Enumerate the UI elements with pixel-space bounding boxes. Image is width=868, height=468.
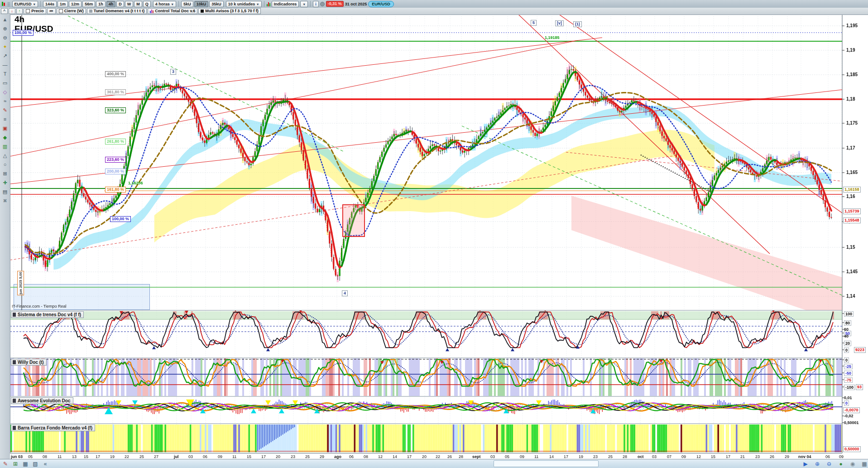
date-axis-label: 14 <box>393 454 397 459</box>
timeframe-dropdown[interactable]: 4 horas ▼ <box>153 1 176 7</box>
unit-button-35kU[interactable]: 35kU <box>209 1 224 7</box>
price-axis-tick: 1,18 <box>846 96 855 101</box>
new-chart-icon[interactable]: ⊞ <box>12 461 19 467</box>
panel-axis-tick: -100 <box>844 385 855 390</box>
diamond-tool-icon[interactable]: ◇ <box>0 88 10 96</box>
panel-tab-2[interactable]: Willy Doc (t) <box>11 359 47 366</box>
date-axis-label: 21 <box>740 454 745 459</box>
avisos-swatch-icon <box>201 10 204 13</box>
wave-tool-icon[interactable]: ≈ <box>0 97 10 106</box>
fibonacci-icon[interactable]: ◆ <box>0 133 10 142</box>
legend-control[interactable]: Control Total Doc v.6 <box>148 8 197 14</box>
timeframe-button-Q[interactable]: Q <box>143 1 151 7</box>
panel-tab-4[interactable]: Barra Fuerza Fondo Mercado v4 (f) <box>11 425 95 431</box>
timeframe-button-144s[interactable]: 144s <box>43 1 57 7</box>
timeframe-button-M[interactable]: M <box>134 1 142 7</box>
sell-arrow-icon[interactable]: ↓ <box>9 8 15 14</box>
panel-axis-tick: 0,50001 <box>844 420 859 425</box>
timeframe-button-12m[interactable]: 12m <box>69 1 82 7</box>
list-options-icon[interactable]: ≔ <box>47 8 56 14</box>
cierre-checkbox[interactable] <box>59 9 63 13</box>
zoom-in-icon[interactable]: ⊕ <box>0 24 10 33</box>
scroll-up-icon[interactable]: ▲ <box>0 15 10 24</box>
record-dot-icon[interactable] <box>320 2 325 6</box>
date-axis-label: 20 <box>276 454 280 459</box>
delete-tool-icon[interactable]: ✖ <box>0 197 10 205</box>
status-zoom-in-icon[interactable]: ⊕ <box>814 461 821 467</box>
price-alert-label: 1,15548 <box>843 217 861 223</box>
date-axis-label: 09 <box>839 454 844 459</box>
date-axis-label: 17 <box>726 454 730 459</box>
fib-level-label: 100,00 % <box>13 30 34 36</box>
collapse-left-icon[interactable]: « <box>42 461 49 467</box>
grid-status-icon[interactable]: ▦ <box>861 461 868 467</box>
date-axis-label: 29 <box>785 454 789 459</box>
date-axis-label: 26 <box>447 454 452 459</box>
cross-tool-icon[interactable]: ✚ <box>0 179 10 187</box>
horizontal-scrollbar[interactable] <box>494 460 599 467</box>
timeframe-watermark: 4h <box>14 14 24 24</box>
unit-buttons: 5kU10kU35kU <box>181 1 225 7</box>
indicators-button[interactable]: Indicadores <box>272 1 299 7</box>
ellipse-tool-icon[interactable]: ○ <box>0 160 10 169</box>
symbol-pill[interactable]: EUR/USD <box>368 1 394 7</box>
status-zoom-out-icon[interactable]: ⊖ <box>825 461 833 467</box>
date-axis-label: 20 <box>422 454 427 459</box>
unit-button-5kU[interactable]: 5kU <box>181 1 193 7</box>
timeframe-button-W[interactable]: W <box>125 1 134 7</box>
panel-icon <box>13 360 16 364</box>
buy-arrow-icon[interactable]: ↑ <box>16 8 23 14</box>
rectangle-tool-icon[interactable]: ▭ <box>0 79 10 87</box>
timeframe-button-D[interactable]: D <box>116 1 124 7</box>
collapse-chevron[interactable]: ^ <box>1 8 8 14</box>
legend-avisos[interactable]: Multi Avisos (3 f 3 1,5 70 f f) <box>198 8 260 14</box>
favorites-icon[interactable]: ✦ <box>0 43 10 51</box>
legend-cierre[interactable]: Cierre (W) <box>57 8 86 14</box>
play-icon[interactable]: ▶ <box>802 461 809 467</box>
panel-value-label: 0,50000 <box>843 446 861 452</box>
annotate-icon[interactable]: ✎ <box>2 461 9 467</box>
symbol-selector[interactable]: EURUSD ▼ <box>12 1 38 7</box>
panel-tab-3[interactable]: Awesome Evolution Doc <box>11 397 73 404</box>
timeframe-button-56m[interactable]: 56m <box>82 1 95 7</box>
date-axis-label: jul <box>174 454 179 459</box>
horizontal-line-icon[interactable]: — <box>0 61 10 69</box>
triangle-tool-icon[interactable]: △ <box>0 151 10 160</box>
timeframe-button-1h[interactable]: 1h <box>96 1 106 7</box>
template-icon[interactable]: ▧ <box>32 461 39 467</box>
precio-checkbox[interactable] <box>26 9 30 13</box>
zoom-out-icon[interactable]: ⊖ <box>0 34 10 42</box>
grid-tool-icon[interactable]: ▥ <box>0 142 10 151</box>
text-tool-icon[interactable]: T <box>0 70 10 78</box>
timeframe-buttons: 144s1m12m56m1h4hDWMQ <box>43 1 152 7</box>
info-button[interactable]: i <box>313 1 319 7</box>
trendline-icon[interactable]: ↗ <box>0 52 10 60</box>
legend-precio[interactable]: Precio <box>24 8 46 14</box>
indicators-caret[interactable]: ▼ <box>300 1 308 7</box>
date-axis-label: 08 <box>43 454 47 459</box>
panel-axis-tick: 20 <box>844 341 851 346</box>
workspace-icon[interactable]: ▦ <box>22 461 29 467</box>
record-status-icon[interactable]: ● <box>837 461 844 467</box>
price-axis-tick: 1,16 <box>846 194 855 199</box>
timeframe-button-1m[interactable]: 1m <box>58 1 68 7</box>
pattern-icon[interactable]: ▣ <box>0 124 10 133</box>
layers-icon[interactable]: ▤ <box>0 188 10 196</box>
fib-level-label: 323,60 % <box>105 107 126 113</box>
fib-level-label: 261,80 % <box>105 139 126 145</box>
panel-tab-1[interactable]: Sistema de trenes Doc v4 (f f) <box>11 311 84 318</box>
list-icon[interactable]: ≡ <box>0 115 10 124</box>
date-axis-label: 09 <box>218 454 222 459</box>
timeframe-button-4h[interactable]: 4h <box>106 1 116 7</box>
date-axis-label: 25 <box>608 454 613 459</box>
target-icon[interactable]: ◉ <box>849 461 856 467</box>
add-panel-icon[interactable]: ⊞ <box>0 169 10 178</box>
date-axis-label: 09 <box>520 454 524 459</box>
trading-chart-canvas[interactable] <box>0 0 868 468</box>
units-dropdown[interactable]: 10 k unidades ▼ <box>226 1 262 7</box>
draw-icon[interactable]: ✎ <box>0 106 10 115</box>
unit-button-10kU[interactable]: 10kU <box>194 1 209 7</box>
legend-tunel[interactable]: Tunel Domenec v4 (t t t t t) <box>87 8 147 14</box>
control-bars-icon <box>150 10 153 13</box>
date-axis-label: oct <box>638 454 644 459</box>
